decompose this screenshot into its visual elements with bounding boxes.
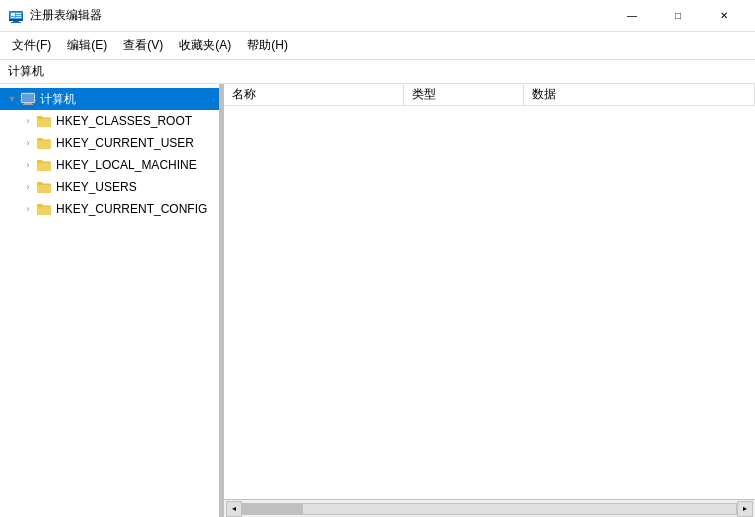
tree-item-users-label: HKEY_USERS <box>56 180 137 194</box>
expander-computer[interactable]: ▼ <box>4 91 20 107</box>
tree-item-current-config[interactable]: › HKEY_CURRENT_CONFIG <box>0 198 219 220</box>
title-bar-left: 注册表编辑器 <box>8 7 102 24</box>
folder-icon-local-machine <box>36 158 52 172</box>
folder-icon-users <box>36 180 52 194</box>
expander-classes-root[interactable]: › <box>20 113 36 129</box>
right-pane: 名称 类型 数据 ◂ ▸ <box>224 84 755 517</box>
menu-bar: 文件(F) 编辑(E) 查看(V) 收藏夹(A) 帮助(H) <box>0 32 755 60</box>
title-bar: 注册表编辑器 — □ ✕ <box>0 0 755 32</box>
svg-rect-7 <box>16 15 21 16</box>
right-pane-header: 名称 类型 数据 <box>224 84 755 106</box>
address-path: 计算机 <box>8 63 44 80</box>
close-button[interactable]: ✕ <box>701 0 747 32</box>
right-pane-body <box>224 106 755 499</box>
tree-item-classes-root[interactable]: › HKEY_CLASSES_ROOT <box>0 110 219 132</box>
tree-item-local-machine[interactable]: › HKEY_LOCAL_MACHINE <box>0 154 219 176</box>
tree-item-computer[interactable]: ▼ 计算机 <box>0 88 219 110</box>
column-header-data[interactable]: 数据 <box>524 84 755 105</box>
folder-icon-classes-root <box>36 114 52 128</box>
tree-item-computer-label: 计算机 <box>40 91 76 108</box>
menu-file[interactable]: 文件(F) <box>4 32 59 59</box>
window-controls: — □ ✕ <box>609 0 747 32</box>
menu-view[interactable]: 查看(V) <box>115 32 171 59</box>
scroll-right-button[interactable]: ▸ <box>737 501 753 517</box>
tree-pane[interactable]: ▼ 计算机 › HKEY_CLASSES_ROOT <box>0 84 220 517</box>
folder-icon-current-config <box>36 202 52 216</box>
tree-item-users[interactable]: › HKEY_USERS <box>0 176 219 198</box>
scroll-left-button[interactable]: ◂ <box>226 501 242 517</box>
svg-rect-2 <box>9 19 23 21</box>
svg-rect-5 <box>11 13 15 16</box>
folder-icon-current-user <box>36 136 52 150</box>
tree-item-current-user[interactable]: › HKEY_CURRENT_USER <box>0 132 219 154</box>
scrollbar-track[interactable] <box>242 503 737 515</box>
window-title: 注册表编辑器 <box>30 7 102 24</box>
tree-item-classes-root-label: HKEY_CLASSES_ROOT <box>56 114 192 128</box>
expander-users[interactable]: › <box>20 179 36 195</box>
svg-rect-3 <box>13 21 19 22</box>
expander-current-config[interactable]: › <box>20 201 36 217</box>
menu-help[interactable]: 帮助(H) <box>239 32 296 59</box>
svg-rect-12 <box>24 103 32 104</box>
minimize-button[interactable]: — <box>609 0 655 32</box>
menu-favorites[interactable]: 收藏夹(A) <box>171 32 239 59</box>
tree-item-current-config-label: HKEY_CURRENT_CONFIG <box>56 202 207 216</box>
expander-local-machine[interactable]: › <box>20 157 36 173</box>
svg-rect-11 <box>22 94 34 102</box>
menu-edit[interactable]: 编辑(E) <box>59 32 115 59</box>
right-pane-scrollbar[interactable]: ◂ ▸ <box>224 499 755 517</box>
column-header-name[interactable]: 名称 <box>224 84 404 105</box>
maximize-button[interactable]: □ <box>655 0 701 32</box>
tree-item-current-user-label: HKEY_CURRENT_USER <box>56 136 194 150</box>
svg-rect-4 <box>11 22 21 23</box>
scrollbar-thumb[interactable] <box>243 504 303 514</box>
main-content: ▼ 计算机 › HKEY_CLASSES_ROOT <box>0 84 755 517</box>
expander-current-user[interactable]: › <box>20 135 36 151</box>
svg-rect-8 <box>16 17 21 18</box>
tree-item-local-machine-label: HKEY_LOCAL_MACHINE <box>56 158 197 172</box>
computer-icon <box>20 91 36 107</box>
app-icon <box>8 8 24 24</box>
svg-rect-6 <box>16 13 21 14</box>
column-header-type[interactable]: 类型 <box>404 84 524 105</box>
svg-rect-9 <box>11 17 15 18</box>
address-bar: 计算机 <box>0 60 755 84</box>
svg-rect-13 <box>23 104 33 105</box>
